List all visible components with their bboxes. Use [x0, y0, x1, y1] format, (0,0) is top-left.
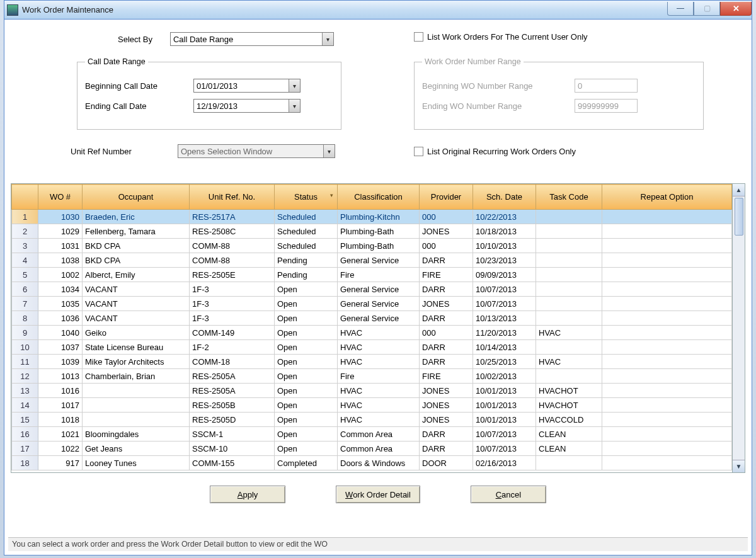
table-row[interactable]: 51002Alberct, EmilyRES-2505EPendingFireF… [12, 268, 732, 282]
cell[interactable]: Open [275, 369, 338, 384]
cell[interactable]: 10/14/2013 [473, 340, 536, 355]
cell[interactable]: Open [275, 441, 338, 456]
titlebar[interactable]: Work Order Maintenance — ▢ ✕ [4, 1, 752, 20]
cell[interactable]: Open [275, 282, 338, 297]
cell[interactable] [602, 398, 732, 413]
cell[interactable]: HVAC [338, 355, 420, 369]
row-number-cell[interactable]: 17 [12, 441, 38, 456]
cell[interactable] [602, 369, 732, 384]
cell[interactable]: 10/18/2013 [473, 224, 536, 239]
cell[interactable]: COMM-88 [190, 239, 275, 253]
cell[interactable]: 10/25/2013 [473, 355, 536, 369]
cell[interactable]: DARR [420, 311, 473, 326]
table-row[interactable]: 111039Mike Taylor ArchitectsCOMM-18OpenH… [12, 355, 732, 369]
cell[interactable]: General Service [338, 282, 420, 297]
row-number-cell[interactable]: 18 [12, 456, 38, 470]
row-number-cell[interactable]: 1 [12, 210, 38, 224]
cell[interactable]: Open [275, 413, 338, 427]
cell[interactable] [602, 326, 732, 340]
cell[interactable]: Doors & Windows [338, 456, 420, 470]
cell[interactable]: 1F-3 [190, 282, 275, 297]
row-number-cell[interactable]: 8 [12, 311, 38, 326]
chevron-down-icon[interactable] [323, 145, 335, 157]
cell[interactable]: 1013 [38, 369, 83, 384]
table-row[interactable]: 151018RES-2505DOpenHVACJONES10/01/2013HV… [12, 413, 732, 427]
cell[interactable] [602, 456, 732, 470]
cell[interactable]: 1F-3 [190, 297, 275, 311]
cell[interactable]: 1034 [38, 282, 83, 297]
cell[interactable]: HVAC [536, 355, 602, 369]
cell[interactable]: RES-2505A [190, 384, 275, 398]
cell[interactable]: JONES [420, 224, 473, 239]
cell[interactable]: Get Jeans [83, 441, 190, 456]
grid-scrollbar[interactable]: ▲ ▼ [733, 183, 745, 473]
cell[interactable]: DARR [420, 340, 473, 355]
cell[interactable] [536, 268, 602, 282]
scroll-thumb[interactable] [735, 198, 743, 236]
cell[interactable]: State License Bureau [83, 340, 190, 355]
row-number-cell[interactable]: 7 [12, 297, 38, 311]
cell[interactable] [602, 384, 732, 398]
apply-button[interactable]: Apply [210, 486, 285, 503]
cell[interactable]: DARR [420, 427, 473, 441]
cell[interactable]: Open [275, 384, 338, 398]
cell[interactable]: HVAC [536, 326, 602, 340]
cell[interactable]: Scheduled [275, 239, 338, 253]
cell[interactable]: 10/10/2013 [473, 239, 536, 253]
cell[interactable]: 10/07/2013 [473, 427, 536, 441]
cell[interactable]: RES-2505B [190, 398, 275, 413]
table-row[interactable]: 61034VACANT1F-3OpenGeneral ServiceDARR10… [12, 282, 732, 297]
cell[interactable]: Scheduled [275, 224, 338, 239]
table-row[interactable]: 41038BKD CPACOMM-88PendingGeneral Servic… [12, 253, 732, 268]
begin-call-date-field[interactable] [193, 79, 301, 93]
cell[interactable] [536, 456, 602, 470]
cell[interactable] [602, 253, 732, 268]
cell[interactable]: Common Area [338, 441, 420, 456]
cell[interactable]: JONES [420, 297, 473, 311]
cell[interactable] [83, 413, 190, 427]
close-button[interactable]: ✕ [720, 2, 752, 16]
cell[interactable]: General Service [338, 253, 420, 268]
cell[interactable] [602, 340, 732, 355]
cell[interactable]: HVAC [338, 326, 420, 340]
cell[interactable]: Chamberlain, Brian [83, 369, 190, 384]
cell[interactable]: HVAC [338, 384, 420, 398]
cell[interactable]: HVAC [338, 413, 420, 427]
cell[interactable]: 10/01/2013 [473, 413, 536, 427]
row-number-cell[interactable]: 16 [12, 427, 38, 441]
cell[interactable]: COMM-155 [190, 456, 275, 470]
row-number-cell[interactable]: 6 [12, 282, 38, 297]
cell[interactable] [536, 311, 602, 326]
work-order-grid[interactable]: WO #OccupantUnit Ref. No.Status▾Classifi… [11, 183, 733, 473]
cell[interactable]: Plumbing-Kitchn [338, 210, 420, 224]
cell[interactable]: COMM-18 [190, 355, 275, 369]
cell[interactable] [602, 239, 732, 253]
row-number-cell[interactable]: 11 [12, 355, 38, 369]
cell[interactable]: 1031 [38, 239, 83, 253]
cell[interactable]: Fire [338, 369, 420, 384]
minimize-button[interactable]: — [667, 2, 694, 16]
cell[interactable]: 1035 [38, 297, 83, 311]
cell[interactable]: 10/07/2013 [473, 441, 536, 456]
cell[interactable] [536, 239, 602, 253]
cell[interactable]: BKD CPA [83, 239, 190, 253]
cell[interactable]: 10/07/2013 [473, 282, 536, 297]
cell[interactable]: Open [275, 311, 338, 326]
select-by-dropdown[interactable] [170, 32, 334, 46]
cell[interactable]: Pending [275, 268, 338, 282]
cell[interactable] [602, 282, 732, 297]
cell[interactable]: 10/01/2013 [473, 398, 536, 413]
scroll-up-button[interactable]: ▲ [733, 184, 745, 196]
cell[interactable]: 02/16/2013 [473, 456, 536, 470]
cell[interactable] [536, 253, 602, 268]
cell[interactable]: DARR [420, 253, 473, 268]
chevron-down-icon[interactable] [322, 33, 333, 45]
end-call-date-input[interactable] [193, 99, 301, 113]
work-order-detail-button[interactable]: Work Order Detail [336, 486, 420, 503]
cell[interactable] [83, 398, 190, 413]
cell[interactable]: Fire [338, 268, 420, 282]
cell[interactable]: Pending [275, 253, 338, 268]
cell[interactable] [602, 311, 732, 326]
cell[interactable] [602, 355, 732, 369]
table-row[interactable]: 131016RES-2505AOpenHVACJONES10/01/2013HV… [12, 384, 732, 398]
